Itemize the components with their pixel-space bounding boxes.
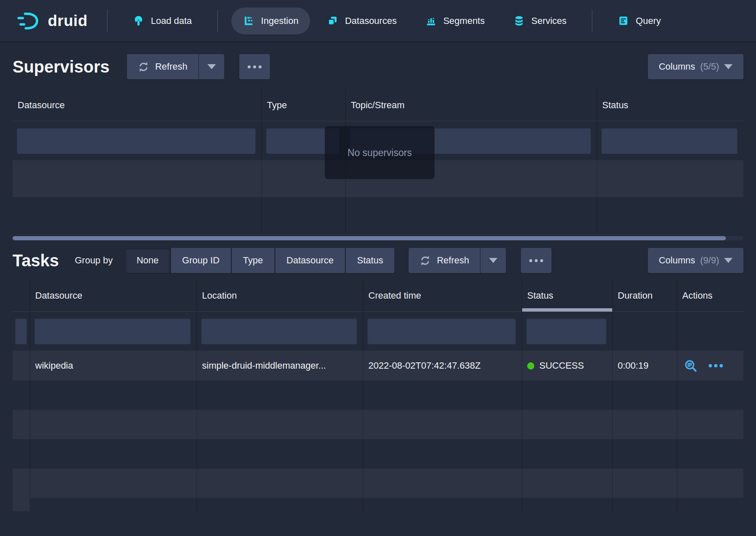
created-time-cell: 2022-08-02T07:42:47.638Z [363,351,522,380]
refresh-label: Refresh [155,61,187,72]
empty-table-row [13,439,743,468]
header-duration[interactable]: Duration [613,280,677,311]
status-badge: SUCCESS [539,360,584,371]
header-location[interactable]: Location [197,280,363,311]
empty-table-row [13,498,743,511]
bar-chart-icon [425,15,437,26]
header-status-sorted[interactable]: Status [522,280,613,311]
location-filter-input[interactable] [201,318,357,344]
tasks-refresh-dropdown-button[interactable] [480,248,506,273]
status-cell: SUCCESS [522,351,613,380]
header-topic-stream[interactable]: Topic/Stream [346,89,597,121]
supervisors-filter-row [13,121,743,161]
tasks-filter-row [13,312,743,351]
duration-cell: 0:00:19 [613,351,677,380]
nav-ingestion[interactable]: Ingestion [231,8,310,34]
more-icon [248,65,251,68]
location-cell: simple-druid-middlemanager... [197,351,363,380]
supervisors-columns-button[interactable]: Columns (5/5) [648,54,743,79]
nav-label: Datasources [345,16,397,26]
task-row-wikipedia[interactable]: wikipedia simple-druid-middlemanager... … [13,351,743,380]
group-by-status-button[interactable]: Status [346,248,394,273]
nav-label: Ingestion [261,16,298,26]
status-success-dot [527,362,534,369]
tasks-section-header: Tasks Group by None Group ID Type Dataso… [13,240,743,280]
tasks-columns-button[interactable]: Columns (9/9) [648,248,743,273]
nav-divider [592,10,593,32]
type-filter-input[interactable] [266,128,339,154]
nav-divider [217,10,218,32]
nav-divider [107,10,108,32]
refresh-icon [419,255,431,266]
columns-label: Columns [659,255,695,266]
tasks-title: Tasks [13,251,59,270]
empty-table-row [13,161,743,197]
header-type[interactable]: Type [262,89,346,121]
chevron-down-icon [724,258,733,263]
created-time-filter-input[interactable] [368,318,516,344]
supervisors-more-button[interactable] [239,54,270,79]
scrollbar-thumb[interactable] [13,236,726,240]
header-expander-column [13,280,30,311]
ingestion-chart-icon [243,15,254,26]
datasource-filter-input[interactable] [17,128,256,154]
group-by-datasource-button[interactable]: Datasource [275,248,346,273]
nav-query[interactable]: Query [606,8,673,34]
refresh-label: Refresh [437,255,469,266]
topic-stream-filter-input[interactable] [350,128,591,154]
group-by-type-button[interactable]: Type [232,248,275,273]
tasks-header-row: Datasource Location Created time Status … [13,280,743,312]
header-created-time[interactable]: Created time [363,280,522,311]
columns-count: (5/5) [700,61,719,72]
header-datasource[interactable]: Datasource [30,280,197,311]
more-icon [529,259,532,262]
more-icon[interactable] [709,364,723,367]
chevron-down-icon [207,64,216,69]
group-by-label: Group by [75,255,113,266]
database-icon [513,15,525,26]
brand-wordmark: druid [48,12,88,30]
supervisors-refresh-dropdown-button[interactable] [198,54,224,79]
druid-logo[interactable]: druid [17,11,88,31]
supervisors-refresh-split-button: Refresh [127,54,224,79]
supervisors-header-row: Datasource Type Topic/Stream Status [13,89,743,121]
datasource-filter-input[interactable] [34,318,191,344]
supervisors-section-header: Supervisors Refresh [13,42,743,89]
supervisors-table: Datasource Type Topic/Stream Status No s… [13,89,743,234]
expander-filter-input[interactable] [15,318,27,344]
tasks-refresh-split-button: Refresh [409,248,506,273]
nav-load-data[interactable]: Load data [121,8,204,34]
search-icon[interactable] [684,359,698,373]
columns-label: Columns [659,61,695,72]
group-by-button-group: None Group ID Type Datasource Status [125,248,394,273]
expander-cell [13,351,30,380]
header-actions[interactable]: Actions [677,280,743,311]
supervisors-refresh-button[interactable]: Refresh [127,54,198,79]
nav-services[interactable]: Services [502,8,578,34]
chevron-down-icon [724,64,733,69]
group-by-none-button[interactable]: None [125,248,171,273]
status-filter-input[interactable] [526,318,606,344]
empty-table-row [13,197,743,234]
nav-label: Services [531,16,567,26]
header-status[interactable]: Status [597,89,743,121]
nav-segments[interactable]: Segments [414,8,497,34]
chevron-down-icon [489,258,497,263]
supervisors-title: Supervisors [13,57,109,76]
header-datasource[interactable]: Datasource [13,89,262,121]
nav-label: Load data [151,16,192,26]
tasks-refresh-button[interactable]: Refresh [409,248,480,273]
top-navbar: druid Load data Ingestion [0,0,756,42]
columns-count: (9/9) [700,255,719,266]
refresh-icon [138,61,149,73]
nav-datasources[interactable]: Datasources [315,8,409,34]
supervisors-horizontal-scrollbar[interactable] [13,236,743,240]
group-by-group-id-button[interactable]: Group ID [171,248,232,273]
tasks-more-button[interactable] [521,248,551,273]
layers-icon [327,15,338,26]
tasks-table: Datasource Location Created time Status … [13,280,743,511]
druid-logo-icon [17,11,41,31]
actions-cell [677,351,743,380]
status-filter-input[interactable] [601,128,738,154]
empty-table-row [13,468,743,498]
